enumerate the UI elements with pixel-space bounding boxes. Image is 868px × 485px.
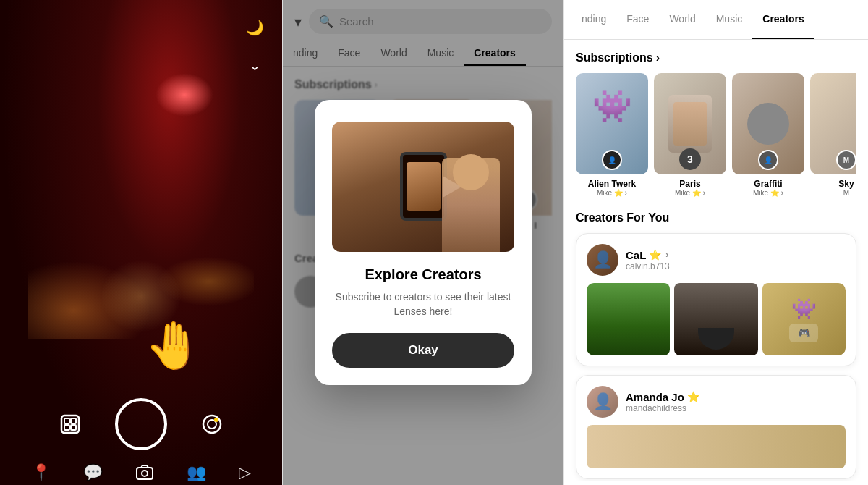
right-card-alien-twerk[interactable]: 👾 👤 Alien Twerk Mike ⭐ › bbox=[576, 73, 648, 197]
right-tab-world[interactable]: World bbox=[659, 0, 705, 39]
right-tab-creators[interactable]: Creators bbox=[752, 0, 814, 39]
hand-emoji: 🤚 bbox=[145, 319, 203, 373]
right-card-creator-sky: M bbox=[810, 189, 856, 197]
cfy-img-bowl bbox=[674, 283, 757, 355]
right-card-img-alien: 👾 👤 bbox=[576, 73, 648, 174]
right-subscription-cards: 👾 👤 Alien Twerk Mike ⭐ › 3 Paris Mike ⭐ … bbox=[576, 73, 856, 197]
svg-rect-4 bbox=[71, 425, 76, 430]
map-nav-button[interactable]: 📍 bbox=[31, 463, 51, 485]
right-tab-face[interactable]: Face bbox=[616, 0, 659, 39]
camera-controls bbox=[54, 398, 228, 457]
chevron-down-icon[interactable]: ⌄ bbox=[242, 52, 268, 78]
cfy-card-header-amanda: 👤 Amanda Jo ⭐ mandachildress bbox=[587, 386, 846, 418]
modal-okay-button[interactable]: Okay bbox=[332, 333, 514, 368]
camera-navigation: 📍 💬 👥 ▷ bbox=[0, 457, 282, 485]
cfy-handle-amanda: mandachildress bbox=[626, 403, 699, 413]
cfy-img-game: 👾 🎮 bbox=[762, 283, 846, 355]
camera-glow bbox=[156, 73, 213, 117]
camera-top-controls: 🌙 ⌄ bbox=[242, 14, 268, 78]
paris-number-badge: 3 bbox=[679, 148, 701, 170]
cfy-name-amanda: Amanda Jo ⭐ bbox=[626, 391, 699, 403]
cfy-handle-cal: calvin.b713 bbox=[626, 261, 670, 271]
cfy-card-header-cal: 👤 CaL ⭐ › calvin.b713 bbox=[587, 244, 846, 276]
right-card-name-graffiti: Graffiti bbox=[732, 179, 804, 189]
selfie-photo bbox=[332, 122, 514, 252]
cfy-info-amanda: Amanda Jo ⭐ mandachildress bbox=[626, 391, 699, 413]
cfy-img-grass bbox=[587, 283, 670, 355]
modal-overlay: Explore Creators Subscribe to creators t… bbox=[283, 0, 563, 485]
lens-button[interactable] bbox=[196, 408, 228, 440]
right-card-img-paris: 3 bbox=[654, 73, 726, 174]
chat-nav-button[interactable]: 💬 bbox=[83, 463, 103, 485]
cfy-name-cal: CaL ⭐ › bbox=[626, 249, 670, 261]
right-card-name-paris: Paris bbox=[654, 179, 726, 189]
creators-for-you-section: Creators For You 👤 CaL ⭐ › calvin.b713 bbox=[576, 211, 856, 479]
right-card-creator-paris: Mike ⭐ › bbox=[654, 189, 726, 197]
right-card-avatar-graffiti: 👤 bbox=[758, 150, 778, 170]
camera-lights bbox=[28, 195, 254, 340]
cfy-card-amanda[interactable]: 👤 Amanda Jo ⭐ mandachildress bbox=[576, 375, 856, 479]
modal-subtitle: Subscribe to creators to see their lates… bbox=[332, 290, 514, 319]
right-card-graffiti[interactable]: 👤 Graffiti Mike ⭐ › bbox=[732, 73, 804, 197]
right-subscriptions-header: Subscriptions › bbox=[576, 51, 856, 64]
right-card-avatar-sky: M bbox=[836, 150, 856, 170]
right-tab-music[interactable]: Music bbox=[706, 0, 753, 39]
right-tabs: nding Face World Music Creators bbox=[564, 0, 868, 40]
right-card-creator-graffiti: Mike ⭐ › bbox=[732, 189, 804, 197]
right-card-paris[interactable]: 3 Paris Mike ⭐ › bbox=[654, 73, 726, 197]
svg-point-5 bbox=[203, 416, 221, 433]
play-nav-button[interactable]: ▷ bbox=[239, 463, 251, 485]
modal-card: Explore Creators Subscribe to creators t… bbox=[315, 100, 532, 385]
right-card-creator-alien: Mike ⭐ › bbox=[576, 189, 648, 197]
right-card-img-graffiti: 👤 bbox=[732, 73, 804, 174]
svg-rect-8 bbox=[137, 468, 153, 479]
modal-image bbox=[332, 122, 514, 252]
svg-rect-2 bbox=[71, 418, 76, 423]
right-subscriptions-arrow: › bbox=[656, 51, 660, 64]
right-card-sky[interactable]: M Sky M bbox=[810, 73, 856, 197]
right-card-img-sky: M bbox=[810, 73, 856, 174]
cfy-title: Creators For You bbox=[576, 211, 856, 224]
right-content: Subscriptions › 👾 👤 Alien Twerk Mike ⭐ › bbox=[564, 40, 868, 481]
svg-rect-3 bbox=[64, 425, 69, 430]
right-card-avatar-alien: 👤 bbox=[602, 150, 622, 170]
cal-arrow: › bbox=[665, 250, 668, 260]
friends-nav-button[interactable]: 👥 bbox=[187, 463, 206, 485]
camera-nav-button[interactable] bbox=[135, 463, 154, 485]
moon-icon[interactable]: 🌙 bbox=[242, 14, 268, 41]
cfy-avatar-cal: 👤 bbox=[587, 244, 618, 276]
svg-rect-1 bbox=[64, 418, 69, 423]
cfy-images-cal: 👾 🎮 bbox=[587, 283, 846, 355]
cfy-info-cal: CaL ⭐ › calvin.b713 bbox=[626, 249, 670, 271]
camera-bottom: 📍 💬 👥 ▷ bbox=[0, 398, 282, 485]
svg-point-9 bbox=[142, 471, 148, 476]
svg-point-7 bbox=[214, 418, 218, 422]
camera-panel: 🌙 ⌄ 🤚 bbox=[0, 0, 282, 485]
cfy-card-cal[interactable]: 👤 CaL ⭐ › calvin.b713 bbox=[576, 233, 856, 366]
explore-panel: ▾ 🔍 Search nding Face World Music Creato… bbox=[282, 0, 564, 485]
amanda-verified-star: ⭐ bbox=[687, 391, 699, 402]
stickers-button[interactable] bbox=[54, 408, 86, 440]
right-panel: nding Face World Music Creators Subscrip… bbox=[564, 0, 868, 485]
cfy-avatar-amanda: 👤 bbox=[587, 386, 618, 418]
capture-button[interactable] bbox=[115, 398, 167, 450]
amanda-preview bbox=[587, 425, 846, 468]
right-tab-trending[interactable]: nding bbox=[571, 0, 616, 39]
right-card-name-sky: Sky bbox=[810, 179, 856, 189]
modal-title: Explore Creators bbox=[332, 266, 514, 283]
right-card-name-alien: Alien Twerk bbox=[576, 179, 648, 189]
cal-verified-star: ⭐ bbox=[649, 249, 661, 261]
